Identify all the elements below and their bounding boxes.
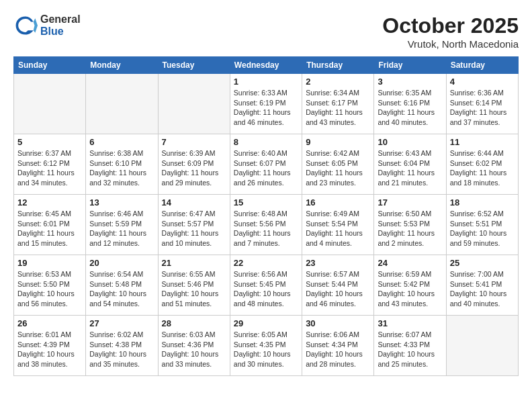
day-cell: 27Sunrise: 6:02 AM Sunset: 4:38 PM Dayli… [86, 316, 158, 376]
calendar-table: SundayMondayTuesdayWednesdayThursdayFrid… [13, 56, 519, 376]
title-block: October 2025 Vrutok, North Macedonia [382, 13, 519, 50]
day-cell: 30Sunrise: 6:06 AM Sunset: 4:34 PM Dayli… [302, 316, 374, 376]
weekday-header-wednesday: Wednesday [230, 57, 302, 74]
week-row-3: 12Sunrise: 6:45 AM Sunset: 6:01 PM Dayli… [14, 195, 519, 255]
day-cell: 14Sunrise: 6:47 AM Sunset: 5:57 PM Dayli… [158, 195, 230, 255]
day-cell: 10Sunrise: 6:43 AM Sunset: 6:04 PM Dayli… [374, 134, 446, 195]
day-number: 23 [306, 258, 370, 268]
day-cell: 28Sunrise: 6:03 AM Sunset: 4:36 PM Dayli… [158, 316, 230, 376]
day-cell: 15Sunrise: 6:48 AM Sunset: 5:56 PM Dayli… [230, 195, 302, 255]
day-info: Sunrise: 6:03 AM Sunset: 4:36 PM Dayligh… [162, 330, 226, 369]
day-info: Sunrise: 6:56 AM Sunset: 5:45 PM Dayligh… [234, 269, 298, 309]
day-info: Sunrise: 6:01 AM Sunset: 4:39 PM Dayligh… [17, 330, 82, 369]
day-info: Sunrise: 6:52 AM Sunset: 5:51 PM Dayligh… [450, 209, 515, 248]
day-number: 6 [89, 137, 154, 147]
day-cell: 26Sunrise: 6:01 AM Sunset: 4:39 PM Dayli… [14, 316, 86, 376]
day-number: 13 [89, 197, 154, 208]
day-cell: 8Sunrise: 6:40 AM Sunset: 6:07 PM Daylig… [230, 134, 302, 195]
day-number: 8 [234, 137, 298, 147]
day-number: 30 [306, 318, 370, 328]
location: Vrutok, North Macedonia [382, 38, 519, 50]
day-info: Sunrise: 6:40 AM Sunset: 6:07 PM Dayligh… [234, 148, 298, 188]
day-number: 11 [450, 137, 515, 147]
week-row-1: 1Sunrise: 6:33 AM Sunset: 6:19 PM Daylig… [14, 74, 519, 134]
day-cell: 5Sunrise: 6:37 AM Sunset: 6:12 PM Daylig… [14, 134, 86, 195]
day-number: 29 [234, 318, 298, 328]
day-number: 21 [162, 258, 226, 268]
day-cell: 7Sunrise: 6:39 AM Sunset: 6:09 PM Daylig… [158, 134, 230, 195]
day-number: 18 [450, 197, 515, 208]
day-info: Sunrise: 6:53 AM Sunset: 5:50 PM Dayligh… [17, 269, 82, 309]
day-cell: 9Sunrise: 6:42 AM Sunset: 6:05 PM Daylig… [302, 134, 374, 195]
day-info: Sunrise: 6:50 AM Sunset: 5:53 PM Dayligh… [378, 209, 442, 248]
day-info: Sunrise: 6:37 AM Sunset: 6:12 PM Dayligh… [17, 148, 82, 188]
day-cell: 2Sunrise: 6:34 AM Sunset: 6:17 PM Daylig… [302, 74, 374, 134]
day-info: Sunrise: 6:36 AM Sunset: 6:14 PM Dayligh… [450, 88, 515, 128]
week-row-2: 5Sunrise: 6:37 AM Sunset: 6:12 PM Daylig… [14, 134, 519, 195]
day-info: Sunrise: 6:05 AM Sunset: 4:35 PM Dayligh… [234, 330, 298, 369]
day-cell: 11Sunrise: 6:44 AM Sunset: 6:02 PM Dayli… [446, 134, 518, 195]
day-cell: 31Sunrise: 6:07 AM Sunset: 4:33 PM Dayli… [374, 316, 446, 376]
day-info: Sunrise: 6:39 AM Sunset: 6:09 PM Dayligh… [162, 148, 226, 188]
day-info: Sunrise: 6:47 AM Sunset: 5:57 PM Dayligh… [162, 209, 226, 248]
day-cell: 6Sunrise: 6:38 AM Sunset: 6:10 PM Daylig… [86, 134, 158, 195]
day-cell: 19Sunrise: 6:53 AM Sunset: 5:50 PM Dayli… [14, 255, 86, 316]
day-cell: 18Sunrise: 6:52 AM Sunset: 5:51 PM Dayli… [446, 195, 518, 255]
day-cell: 20Sunrise: 6:54 AM Sunset: 5:48 PM Dayli… [86, 255, 158, 316]
weekday-header-row: SundayMondayTuesdayWednesdayThursdayFrid… [14, 57, 519, 74]
day-info: Sunrise: 6:48 AM Sunset: 5:56 PM Dayligh… [234, 209, 298, 248]
day-number: 19 [17, 258, 82, 268]
day-cell: 24Sunrise: 6:59 AM Sunset: 5:42 PM Dayli… [374, 255, 446, 316]
day-info: Sunrise: 6:57 AM Sunset: 5:44 PM Dayligh… [306, 269, 370, 309]
month-title: October 2025 [382, 13, 519, 38]
day-info: Sunrise: 6:44 AM Sunset: 6:02 PM Dayligh… [450, 148, 515, 188]
day-number: 4 [450, 77, 515, 87]
weekday-header-friday: Friday [374, 57, 446, 74]
day-number: 1 [234, 77, 298, 87]
day-info: Sunrise: 6:06 AM Sunset: 4:34 PM Dayligh… [306, 330, 370, 369]
weekday-header-monday: Monday [86, 57, 158, 74]
day-number: 26 [17, 318, 82, 328]
day-cell: 22Sunrise: 6:56 AM Sunset: 5:45 PM Dayli… [230, 255, 302, 316]
day-info: Sunrise: 6:54 AM Sunset: 5:48 PM Dayligh… [89, 269, 154, 309]
day-number: 25 [450, 258, 515, 268]
day-info: Sunrise: 6:35 AM Sunset: 6:16 PM Dayligh… [378, 88, 442, 128]
day-cell: 21Sunrise: 6:55 AM Sunset: 5:46 PM Dayli… [158, 255, 230, 316]
day-cell: 1Sunrise: 6:33 AM Sunset: 6:19 PM Daylig… [230, 74, 302, 134]
page-header: General Blue October 2025 Vrutok, North … [13, 13, 519, 50]
day-info: Sunrise: 6:38 AM Sunset: 6:10 PM Dayligh… [89, 148, 154, 188]
day-number: 3 [378, 77, 442, 87]
weekday-header-saturday: Saturday [446, 57, 518, 74]
day-number: 2 [306, 77, 370, 87]
day-cell: 4Sunrise: 6:36 AM Sunset: 6:14 PM Daylig… [446, 74, 518, 134]
day-info: Sunrise: 6:59 AM Sunset: 5:42 PM Dayligh… [378, 269, 442, 309]
day-info: Sunrise: 6:46 AM Sunset: 5:59 PM Dayligh… [89, 209, 154, 248]
day-cell: 25Sunrise: 7:00 AM Sunset: 5:41 PM Dayli… [446, 255, 518, 316]
day-number: 27 [89, 318, 154, 328]
day-info: Sunrise: 6:02 AM Sunset: 4:38 PM Dayligh… [89, 330, 154, 369]
day-info: Sunrise: 6:42 AM Sunset: 6:05 PM Dayligh… [306, 148, 370, 188]
day-number: 9 [306, 137, 370, 147]
day-cell [446, 316, 518, 376]
day-number: 12 [17, 197, 82, 208]
weekday-header-tuesday: Tuesday [158, 57, 230, 74]
day-info: Sunrise: 6:34 AM Sunset: 6:17 PM Dayligh… [306, 88, 370, 128]
day-number: 17 [378, 197, 442, 208]
day-cell: 12Sunrise: 6:45 AM Sunset: 6:01 PM Dayli… [14, 195, 86, 255]
day-number: 15 [234, 197, 298, 208]
day-number: 24 [378, 258, 442, 268]
day-info: Sunrise: 6:45 AM Sunset: 6:01 PM Dayligh… [17, 209, 82, 248]
day-info: Sunrise: 7:00 AM Sunset: 5:41 PM Dayligh… [450, 269, 515, 309]
day-cell: 13Sunrise: 6:46 AM Sunset: 5:59 PM Dayli… [86, 195, 158, 255]
day-cell: 23Sunrise: 6:57 AM Sunset: 5:44 PM Dayli… [302, 255, 374, 316]
logo: General Blue [13, 13, 81, 38]
logo-icon [13, 13, 38, 38]
day-cell: 3Sunrise: 6:35 AM Sunset: 6:16 PM Daylig… [374, 74, 446, 134]
day-number: 10 [378, 137, 442, 147]
day-number: 28 [162, 318, 226, 328]
day-cell: 16Sunrise: 6:49 AM Sunset: 5:54 PM Dayli… [302, 195, 374, 255]
logo-text: General Blue [40, 13, 81, 38]
day-cell [158, 74, 230, 134]
day-cell [14, 74, 86, 134]
day-number: 14 [162, 197, 226, 208]
